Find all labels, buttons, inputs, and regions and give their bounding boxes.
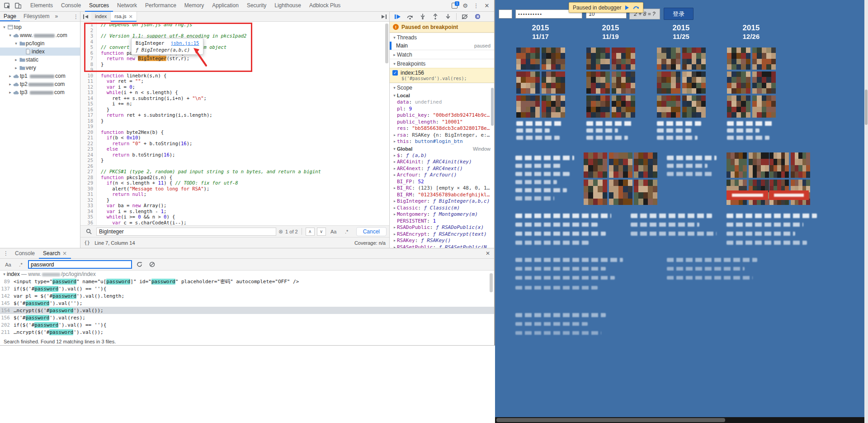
navigator-tab-filesystem[interactable]: Filesystem (20, 12, 53, 21)
scope-variable-res[interactable]: res: "bb5856638dcb3ca03280178e5…" (390, 125, 494, 132)
code-line[interactable]: 23 else (80, 146, 389, 152)
page-horizontal-scrollbar[interactable] (495, 417, 864, 423)
line-number[interactable]: 21 (80, 135, 97, 141)
results-scrollbar[interactable] (490, 273, 493, 292)
search-result-line-142[interactable]: 142var pl = $('#password').val().length; (0, 292, 494, 299)
search-result-line-211[interactable]: 211…ncrypt($('#password').val()); (0, 328, 494, 336)
panel-tab-console[interactable]: Console (57, 0, 85, 12)
photo-thumbnail[interactable] (752, 95, 776, 118)
photo-thumbnail[interactable] (584, 152, 607, 178)
photo-thumbnail[interactable] (634, 152, 657, 178)
resume-script-button[interactable] (392, 12, 403, 21)
file-tree-item-very[interactable]: ▸very (0, 64, 80, 72)
panel-tab-network[interactable]: Network (113, 0, 141, 12)
scope-variable-biginteger[interactable]: ▸BigInteger: ƒ BigInteger(a,b,c) (390, 198, 494, 205)
photo-thumbnail[interactable] (516, 71, 540, 94)
scope-variable-rsa[interactable]: ▸rsa: RSAKey {n: BigInteger, e: …} (390, 132, 494, 139)
line-number[interactable]: 2 (80, 28, 97, 33)
photo-thumbnail[interactable] (752, 48, 776, 70)
scope-variable-pl[interactable]: pl: 9 (390, 106, 494, 113)
scope-variable-rsasetpublic[interactable]: ▸RSASetPublic: ƒ RSASetPublic(N,E) (390, 244, 494, 248)
pause-on-exceptions-button[interactable] (472, 12, 483, 21)
code-line[interactable]: 21 if(b < 0x10) (80, 135, 389, 141)
scope-variable-public_key[interactable]: public_key: "00bdf3db924714b9c4…" (390, 112, 494, 119)
code-line[interactable]: 2 (80, 28, 389, 33)
line-number[interactable]: 12 (80, 84, 97, 90)
line-number[interactable]: 4 (80, 39, 97, 45)
step-out-button[interactable] (429, 12, 441, 21)
album-date[interactable]: 201511/19 (586, 24, 635, 40)
scope-variable-public_length[interactable]: public_length: "10001" (390, 119, 494, 126)
step-over-button[interactable] (404, 12, 416, 21)
code-line[interactable]: 7 return new BigInteger(str,r); (80, 56, 389, 62)
step-into-button[interactable] (417, 12, 429, 21)
panel-tab-sources[interactable]: Sources (85, 0, 113, 12)
photo-thumbnail[interactable] (516, 95, 540, 118)
editor-tab-rsa-js[interactable]: rsa.js× (111, 12, 137, 22)
inspect-element-icon[interactable] (2, 1, 13, 11)
section-breakpoints[interactable]: ▾ Breakpoints (390, 59, 494, 68)
code-line[interactable]: 19 (80, 124, 389, 129)
code-line[interactable]: 18} (80, 118, 389, 124)
code-line[interactable]: 8} (80, 62, 389, 67)
pretty-print-icon[interactable]: {} (84, 240, 90, 246)
photo-thumbnail[interactable] (727, 48, 750, 70)
line-number[interactable]: 24 (80, 152, 97, 158)
panel-tab-application[interactable]: Application (208, 0, 243, 12)
file-tree-item[interactable]: ▾www..com (0, 31, 80, 39)
scope-variable-persistent[interactable]: PERSISTENT: 1 (390, 218, 494, 225)
line-number[interactable]: 25 (80, 157, 97, 163)
cancel-find-button[interactable]: Cancel (356, 227, 387, 236)
line-number[interactable]: 23 (80, 146, 97, 152)
code-line[interactable]: 33 var ba = new Array(); (80, 203, 389, 209)
search-regex-toggle[interactable]: .* (15, 261, 26, 269)
scope-variable-arc4next[interactable]: ▸ARC4next: ƒ ARC4next() (390, 166, 494, 172)
photo-thumbnail[interactable] (726, 152, 747, 178)
find-input[interactable] (96, 228, 276, 236)
section-scope[interactable]: ▾ Scope (390, 83, 494, 92)
scope-variable-this[interactable]: ▸this: button#login_btn (390, 138, 494, 145)
resume-script-icon[interactable] (624, 5, 630, 10)
match-case-toggle[interactable]: Aa (328, 228, 339, 236)
line-number[interactable]: 29 (80, 180, 97, 186)
code-line[interactable]: 9 (80, 67, 389, 73)
editor-tab-index[interactable]: index (91, 12, 111, 22)
panel-tab-memory[interactable]: Memory (180, 0, 208, 12)
line-number[interactable]: 7 (80, 56, 97, 62)
album-date[interactable]: 201512/26 (727, 24, 775, 40)
photo-thumbnail[interactable] (516, 48, 540, 70)
line-number[interactable]: 32 (80, 197, 97, 203)
more-options-icon[interactable]: ⋮ (471, 2, 481, 9)
photo-thumbnail[interactable] (682, 71, 706, 94)
line-number[interactable]: 5 (80, 44, 97, 50)
line-number[interactable]: 36 (80, 220, 97, 226)
code-line[interactable]: 20function byte2Hex(b) { (80, 129, 389, 135)
close-tab-icon[interactable]: × (62, 250, 67, 257)
file-tree-item[interactable]: ▸tp2com (0, 80, 80, 88)
scope-variable-$[interactable]: ▸$: ƒ (a,b) (390, 152, 494, 159)
photo-thumbnail[interactable] (584, 180, 607, 205)
search-result-line-89[interactable]: 89<input type="password" name="u[passwor… (0, 278, 494, 285)
line-number[interactable]: 17 (80, 112, 97, 118)
line-number[interactable]: 3 (80, 33, 97, 39)
hide-navigator-icon[interactable] (80, 12, 91, 22)
code-line[interactable]: 28function pkcs1pad2(s,n) { (80, 175, 389, 181)
line-number[interactable]: 33 (80, 203, 97, 209)
file-tree-item-static[interactable]: ▸static (0, 56, 80, 64)
photo-thumbnail[interactable] (682, 95, 706, 118)
file-tree-item-top[interactable]: ▾top (0, 23, 80, 31)
regex-toggle[interactable]: .* (341, 228, 352, 236)
search-result-line-202[interactable]: 202if($('#password').val() == ''){ (0, 321, 494, 328)
photo-thumbnail[interactable] (634, 180, 657, 205)
scope-variable-montgomery[interactable]: ▸Montgomery: ƒ Montgomery(m) (390, 211, 494, 218)
code-line[interactable]: 34 var i = s.length - 1; (80, 209, 389, 214)
device-toolbar-icon[interactable] (13, 1, 24, 11)
scope-variable-bi_rm[interactable]: BI_RM: "0123456789abcdefghijklm…" (390, 192, 494, 199)
code-line[interactable]: 10function linebrk(s,n) { (80, 73, 389, 79)
line-number[interactable]: 13 (80, 90, 97, 95)
line-number[interactable]: 35 (80, 214, 97, 220)
panel-tab-lighthouse[interactable]: Lighthouse (270, 0, 305, 12)
vscroll-thumb[interactable] (865, 90, 868, 125)
sidebar-scrollbar[interactable] (491, 88, 494, 126)
scope-variable-arcfour[interactable]: ▸Arcfour: ƒ Arcfour() (390, 172, 494, 179)
